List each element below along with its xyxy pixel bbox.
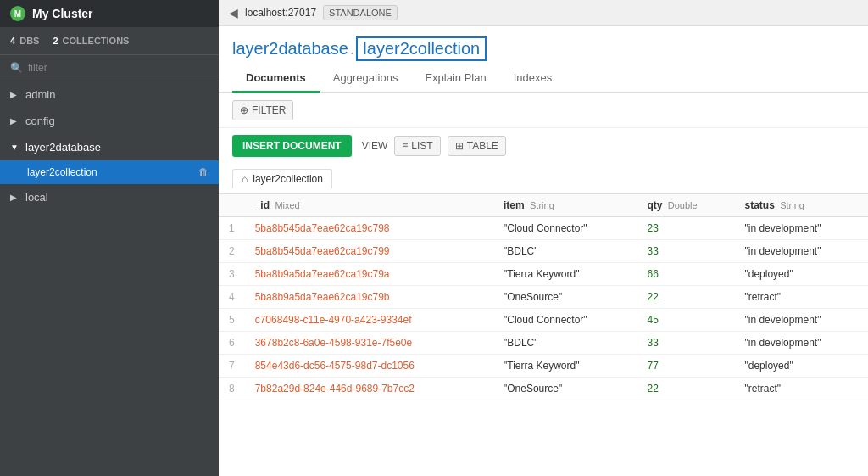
list-icon: ≡ (402, 140, 408, 152)
row-number: 3 (219, 263, 245, 286)
row-item: "Tierra Keyword" (493, 355, 637, 378)
list-view-button[interactable]: ≡ LIST (394, 136, 440, 156)
col-status: status String (735, 194, 869, 217)
row-status: "retract" (735, 378, 869, 400)
row-item: "BDLC" (493, 240, 637, 263)
main-content: ◀ localhost:27017 STANDALONE layer2datab… (219, 0, 868, 476)
breadcrumb-database[interactable]: layer2database (232, 39, 348, 59)
table-row: 2 5ba8b545da7eae62ca19c799 "BDLC" 33 "in… (219, 240, 868, 263)
filter-toolbar: ⊕ FILTER (219, 93, 868, 128)
sidebar-stats: 4 DBS 2 COLLECTIONS (0, 27, 219, 55)
row-qty: 22 (637, 286, 734, 309)
sidebar-item-label: admin (25, 88, 55, 101)
table-icon: ⊞ (455, 140, 464, 152)
insert-document-button[interactable]: INSERT DOCUMENT (232, 135, 352, 157)
sidebar-header: M My Cluster (0, 0, 219, 27)
row-number: 2 (219, 240, 245, 263)
table-label: TABLE (467, 140, 498, 152)
chevron-right-icon: ▶ (10, 116, 20, 126)
collection-tab-label-text: layer2collection (253, 173, 323, 185)
id-link[interactable]: 5ba8b545da7eae62ca19c798 (255, 222, 390, 234)
row-number: 7 (219, 355, 245, 378)
sidebar-filter[interactable]: 🔍 filter (0, 55, 219, 81)
filter-button[interactable]: ⊕ FILTER (232, 100, 293, 120)
id-link[interactable]: 5ba8b9a5da7eae62ca19c79b (255, 291, 390, 303)
col-num (219, 194, 245, 217)
row-id: 7b82a29d-824e-446d-9689-7b7cc2 (245, 378, 493, 400)
row-id: 5ba8b545da7eae62ca19c798 (245, 217, 493, 240)
row-id: c7068498-c11e-4970-a423-9334ef (245, 309, 493, 332)
list-label: LIST (411, 140, 432, 152)
row-item: "Cloud Connector" (493, 217, 637, 240)
tab-documents[interactable]: Documents (232, 64, 320, 93)
row-id: 5ba8b545da7eae62ca19c799 (245, 240, 493, 263)
topbar: ◀ localhost:27017 STANDALONE (219, 0, 868, 26)
row-id: 5ba8b9a5da7eae62ca19c79a (245, 263, 493, 286)
tab-indexes[interactable]: Indexes (500, 64, 566, 93)
row-qty: 33 (637, 240, 734, 263)
filter-input[interactable] (300, 101, 854, 120)
action-bar: INSERT DOCUMENT VIEW ≡ LIST ⊞ TABLE (219, 128, 868, 164)
row-status: "deployed" (735, 263, 869, 286)
row-qty: 23 (637, 217, 734, 240)
table-row: 3 5ba8b9a5da7eae62ca19c79a "Tierra Keywo… (219, 263, 868, 286)
table-row: 4 5ba8b9a5da7eae62ca19c79b "OneSource" 2… (219, 286, 868, 309)
id-link[interactable]: 7b82a29d-824e-446d-9689-7b7cc2 (255, 383, 415, 395)
tab-aggregations[interactable]: Aggregations (320, 64, 412, 93)
sidebar-item-admin[interactable]: ▶ admin (0, 81, 219, 108)
sidebar-item-layer2collection[interactable]: layer2collection 🗑 (0, 160, 219, 184)
table-row: 1 5ba8b545da7eae62ca19c798 "Cloud Connec… (219, 217, 868, 240)
row-item: "Cloud Connector" (493, 309, 637, 332)
sidebar-item-label: local (25, 191, 48, 204)
row-status: "retract" (735, 286, 869, 309)
row-qty: 77 (637, 355, 734, 378)
id-link[interactable]: 854e43d6-dc56-4575-98d7-dc1056 (255, 360, 415, 372)
chevron-right-icon: ▶ (10, 193, 20, 203)
sidebar-item-layer2database[interactable]: ▼ layer2database (0, 134, 219, 160)
row-number: 8 (219, 378, 245, 400)
filter-icon: ⊕ (240, 104, 248, 116)
view-label: VIEW (362, 140, 388, 152)
tab-explain-plan[interactable]: Explain Plan (411, 64, 499, 93)
col-item: item String (493, 194, 637, 217)
tabs-bar: Documents Aggregations Explain Plan Inde… (219, 64, 868, 93)
sidebar-item-local[interactable]: ▶ local (0, 184, 219, 210)
row-status: "in development" (735, 240, 869, 263)
row-number: 4 (219, 286, 245, 309)
sidebar-item-label: config (25, 115, 55, 127)
collection-tab[interactable]: ⌂ layer2collection (232, 169, 332, 188)
breadcrumb-collection[interactable]: layer2collection (356, 36, 487, 61)
table-view-button[interactable]: ⊞ TABLE (448, 136, 506, 156)
id-link[interactable]: 3678b2c8-6a0e-4598-931e-7f5e0e (255, 337, 413, 349)
back-arrow-icon[interactable]: ◀ (229, 6, 238, 20)
trash-icon[interactable]: 🗑 (198, 166, 209, 178)
id-link[interactable]: c7068498-c11e-4970-a423-9334ef (255, 314, 412, 326)
filter-button-label: FILTER (252, 104, 286, 116)
row-qty: 22 (637, 378, 734, 400)
table-header-row: _id Mixed item String qty Double status … (219, 194, 868, 217)
data-table-wrapper: _id Mixed item String qty Double status … (219, 194, 868, 476)
id-link[interactable]: 5ba8b9a5da7eae62ca19c79a (255, 268, 390, 280)
chevron-right-icon: ▶ (10, 90, 20, 100)
collections-stat: 2 COLLECTIONS (53, 36, 129, 46)
breadcrumb: layer2database . layer2collection (219, 26, 868, 61)
row-item: "OneSource" (493, 286, 637, 309)
row-status: "deployed" (735, 355, 869, 378)
home-icon: ⌂ (242, 173, 248, 185)
collection-tab-row: ⌂ layer2collection (219, 164, 868, 194)
row-item: "OneSource" (493, 378, 637, 400)
data-table: _id Mixed item String qty Double status … (219, 194, 868, 400)
row-id: 854e43d6-dc56-4575-98d7-dc1056 (245, 355, 493, 378)
sidebar-item-config[interactable]: ▶ config (0, 108, 219, 134)
sidebar-items: ▶ admin ▶ config ▼ layer2database layer2… (0, 81, 219, 476)
breadcrumb-separator: . (350, 39, 355, 59)
id-link[interactable]: 5ba8b545da7eae62ca19c799 (255, 245, 390, 257)
filter-placeholder: filter (28, 62, 47, 74)
chevron-down-icon: ▼ (10, 143, 20, 153)
row-status: "in development" (735, 309, 869, 332)
row-item: "Tierra Keyword" (493, 263, 637, 286)
col-qty: qty Double (637, 194, 734, 217)
row-number: 1 (219, 217, 245, 240)
col-id: _id Mixed (245, 194, 493, 217)
row-qty: 45 (637, 309, 734, 332)
